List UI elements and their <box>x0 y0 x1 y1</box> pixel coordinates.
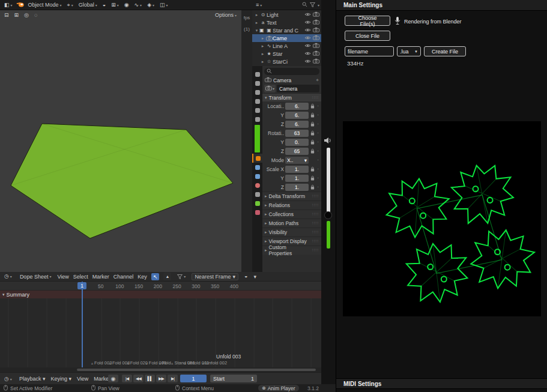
disclosure-icon[interactable]: ▸ <box>260 52 265 56</box>
panel-section-relations[interactable]: ▸Relations∷∷ <box>262 201 321 210</box>
tab-output[interactable] <box>252 88 262 97</box>
close-file-button[interactable]: Close File <box>345 31 390 41</box>
disclosure-icon[interactable]: ▸ <box>254 13 259 17</box>
value-field[interactable]: 63 <box>285 130 309 137</box>
value-field[interactable]: 1. <box>285 184 309 191</box>
lock-icon[interactable] <box>310 112 315 118</box>
gizmo-selector[interactable]: ◈▾ <box>145 1 156 9</box>
select-lasso-tool[interactable]: ◌ <box>32 11 39 19</box>
value-field[interactable]: 0. <box>285 139 309 146</box>
tab-object[interactable] <box>252 154 262 163</box>
animate-dot-icon[interactable]: · <box>316 103 319 109</box>
lock-icon[interactable] <box>310 139 315 145</box>
lock-icon[interactable] <box>310 130 315 136</box>
outliner-filter-icon[interactable] <box>310 2 315 8</box>
animate-dot-icon[interactable]: · <box>316 148 319 154</box>
timeline-editor-type-icon[interactable]: ◷▾ <box>2 375 14 383</box>
lock-icon[interactable] <box>310 166 315 172</box>
outliner-item[interactable]: ▸∿Line A <box>252 42 321 50</box>
tab-modifiers[interactable] <box>252 163 262 172</box>
extension-select[interactable]: .lua▼ <box>397 46 421 56</box>
overlays-selector[interactable]: ◫▾ <box>158 1 170 9</box>
outliner-item[interactable]: ▾▣▣Star and C <box>252 26 321 34</box>
proportional-falloff-selector[interactable]: ∿▾ <box>133 1 144 9</box>
transform-pivot-selector[interactable]: ⌖▾ <box>65 1 75 9</box>
render-visibility-icon[interactable] <box>313 27 319 34</box>
options-dropdown[interactable]: Options▾ <box>213 11 239 19</box>
tab-object-data[interactable] <box>252 199 262 208</box>
drag-grip-icon[interactable]: ∷∷ <box>312 248 319 253</box>
lock-icon[interactable] <box>310 148 315 154</box>
menu-view[interactable]: View <box>77 376 88 382</box>
render-visibility-icon[interactable] <box>313 19 319 26</box>
volume-slider-track[interactable] <box>327 148 330 213</box>
timeline-marker[interactable]: ▵ Fold 020 <box>127 360 148 366</box>
tab-scene[interactable] <box>252 106 262 115</box>
panel-section-visibility[interactable]: ▸Visibility∷∷ <box>262 228 321 237</box>
animate-dot-icon[interactable]: · <box>316 166 319 172</box>
editor-type-selector[interactable]: ◧▾ <box>2 1 14 9</box>
scrollbar-thumb[interactable] <box>77 369 316 371</box>
tab-physics[interactable] <box>252 181 262 190</box>
value-field[interactable]: 1. <box>285 175 309 182</box>
filter-funnel-icon[interactable]: ▾ <box>175 273 187 280</box>
timeline-marker[interactable]: ▵ Unfold 002 <box>202 360 227 366</box>
tab-constraints[interactable] <box>252 190 262 199</box>
filename-input[interactable] <box>345 46 394 56</box>
only-selected-toggle[interactable]: ↖ <box>151 273 160 280</box>
summary-channel-row[interactable]: ▾ Summary <box>0 291 321 298</box>
panel-section-custom-properties[interactable]: ▸Custom Properties∷∷ <box>262 246 321 255</box>
lock-icon[interactable] <box>310 175 315 181</box>
prev-keyframe-button[interactable]: ◀◀ <box>133 375 144 382</box>
render-visibility-icon[interactable] <box>313 43 319 49</box>
animate-dot-icon[interactable]: · <box>316 112 319 118</box>
mode-selector[interactable]: Object Mode▾ <box>26 1 64 9</box>
drag-grip-icon[interactable]: ∷∷ <box>312 239 319 244</box>
animate-dot-icon[interactable]: · <box>316 184 319 190</box>
select-box-tool[interactable]: ⊞ <box>13 11 21 19</box>
snap-mode-dropdown[interactable]: Nearest Frame▾ <box>192 273 238 280</box>
outliner-item[interactable]: ▸Came <box>252 34 321 42</box>
timeline-marker[interactable]: ▵ Fold <box>159 360 171 366</box>
visibility-eye-icon[interactable] <box>304 35 311 41</box>
render-visibility-icon[interactable] <box>313 11 319 18</box>
tab-view-layer[interactable] <box>252 97 262 106</box>
hidden-channels-toggle[interactable]: ▲ <box>163 273 171 280</box>
jump-to-end-button[interactable]: ▶| <box>168 375 178 382</box>
snap-target-selector[interactable]: ⊞▾ <box>109 1 121 9</box>
timeline-ruler[interactable]: 50100150200250300350400 <box>0 282 321 291</box>
drag-grip-icon[interactable]: ∷∷ <box>312 221 319 226</box>
value-field[interactable]: 65 <box>285 148 309 155</box>
chevron-down-icon[interactable]: ▾ <box>253 274 256 280</box>
disclosure-icon[interactable]: ▾ <box>254 28 259 33</box>
animate-dot-icon[interactable]: · <box>316 130 319 136</box>
animate-dot-icon[interactable]: · <box>316 121 319 127</box>
choose-files-button[interactable]: Choose File(s) <box>345 16 390 26</box>
frame-start-field[interactable]: Start1 <box>210 375 257 382</box>
menu-keying[interactable]: Keying ▾ <box>50 376 71 382</box>
drag-grip-icon[interactable]: ∷∷ <box>312 194 319 199</box>
visibility-eye-icon[interactable] <box>304 51 311 57</box>
object-name-field[interactable]: Camera <box>277 85 319 92</box>
visibility-eye-icon[interactable] <box>304 20 311 26</box>
menu-playback[interactable]: Playback ▾ <box>19 376 46 382</box>
transform-orientation-selector[interactable]: Global▾ <box>77 1 99 9</box>
visibility-eye-icon[interactable] <box>304 59 311 65</box>
pause-button[interactable]: ▌▌ <box>145 375 155 382</box>
tab-material[interactable] <box>252 208 262 217</box>
current-frame-line[interactable] <box>82 282 83 367</box>
transform-panel-header[interactable]: ▾ Transform ∷∷ <box>262 93 321 101</box>
midi-settings-panel-header[interactable]: MIDI Settings <box>336 378 547 389</box>
value-field[interactable]: 6. <box>285 103 309 110</box>
animate-dot-icon[interactable]: · <box>316 175 319 181</box>
collection-checkbox[interactable]: ▣ <box>259 28 265 33</box>
render-visibility-icon[interactable] <box>313 50 319 57</box>
pin-icon[interactable]: ⌖ <box>316 77 319 83</box>
tab-render[interactable] <box>252 79 262 88</box>
value-field[interactable]: 6. <box>285 112 309 119</box>
lock-icon[interactable] <box>310 184 315 190</box>
proportional-editing-toggle[interactable]: ◉ <box>122 1 131 9</box>
current-frame-field[interactable]: 1 <box>180 375 207 382</box>
create-file-button[interactable]: Create File <box>424 46 466 56</box>
render-visibility-icon[interactable] <box>313 35 319 41</box>
